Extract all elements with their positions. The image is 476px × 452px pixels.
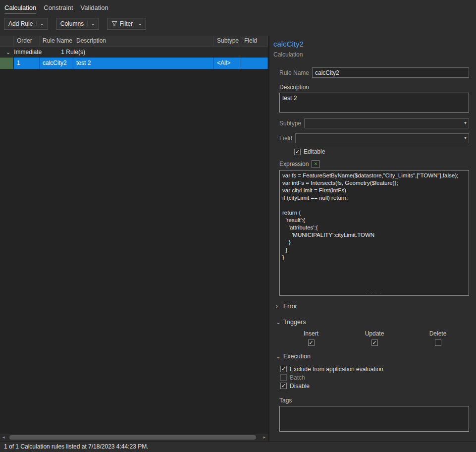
panel-subtitle: Calculation [273,51,469,58]
delete-checkbox[interactable] [435,339,441,346]
expression-editor[interactable]: var fs = FeatureSetByName($datastore,"Ci… [279,170,469,296]
tab-constraint[interactable]: Constraint [44,4,73,13]
description-input[interactable]: test 2 [279,93,469,113]
expression-editor-icon[interactable]: ✕ [312,160,319,168]
expression-label: Expression [279,161,309,168]
error-section-label: Error [283,303,297,310]
scroll-right-arrow-icon[interactable]: ▸ [262,434,266,441]
exclude-from-evaluation-checkbox[interactable] [280,366,287,372]
section-execution[interactable]: ⌄ Execution [276,353,469,360]
disable-option: Disable [280,382,469,390]
header-field[interactable]: Field [241,36,268,46]
rule-name-label: Rule Name [279,69,309,76]
disable-label: Disable [290,383,310,390]
header-rule-name[interactable]: Rule Name [40,36,73,46]
insert-checkbox[interactable] [308,339,315,346]
subtype-dropdown[interactable]: ▾ [304,118,469,128]
filter-label: Filter [120,20,133,27]
field-label: Field [279,135,292,142]
description-block: Description test 2 [279,84,469,113]
attribute-rules-window: Calculation Constraint Validation Add Ru… [0,0,476,452]
tags-label: Tags [279,397,469,404]
trigger-delete: Delete [406,330,470,346]
header-handle [0,36,14,46]
editable-label: Editable [304,148,325,155]
header-order[interactable]: Order [14,36,40,46]
cell-order: 1 [14,57,40,69]
rule-color-handle[interactable] [0,57,14,69]
columns-button[interactable]: Columns ⌄ [56,18,99,30]
add-rule-dropdown-arrow[interactable]: ⌄ [36,21,45,26]
columns-label: Columns [60,20,84,27]
cell-rule-name: calcCity2 [40,57,73,69]
filter-dropdown-arrow[interactable]: ⌄ [136,21,143,26]
rule-form: Rule Name Description test 2 Subtype ▾ F… [279,67,469,296]
header-subtype[interactable]: Subtype [214,36,241,46]
rule-type-tabs: Calculation Constraint Validation [0,0,476,13]
triggers-section-label: Triggers [283,319,306,326]
execution-options: Exclude from application evaluation Batc… [280,365,469,390]
filter-icon [111,21,117,27]
rule-name-row: Rule Name [279,67,469,78]
scrollbar-thumb[interactable] [9,435,257,440]
expression-header: Expression ✕ [279,160,469,168]
batch-checkbox [280,374,287,381]
table-empty-area [0,69,268,434]
group-row-immediate[interactable]: ⌄ Immediate 1 Rule(s) [0,47,268,57]
group-expand-chevron-icon[interactable]: ⌄ [6,50,10,55]
add-rule-label: Add Rule [8,20,33,27]
section-error[interactable]: › Error [276,303,469,310]
horizontal-scrollbar[interactable]: ◂ ▸ [0,434,268,441]
cell-subtype: <All> [214,57,241,69]
execution-section-label: Execution [283,353,311,360]
rules-table-pane: Order Rule Name Description Subtype Fiel… [0,36,268,441]
status-text: 1 of 1 Calculation rules listed at 7/18/… [4,443,149,450]
cell-field [241,57,268,69]
group-label: Immediate [14,49,61,56]
resize-grip-icon[interactable]: · · · · [280,291,469,295]
rule-row-calccity2[interactable]: 1 calcCity2 test 2 <All> [0,57,268,69]
tab-calculation[interactable]: Calculation [4,4,36,13]
cell-description: test 2 [73,57,214,69]
field-dropdown-arrow-icon: ▾ [464,135,467,140]
panel-title: calcCity2 [273,40,469,48]
field-row: Field ▾ [279,133,469,143]
triggers-grid: Insert Update Delete [279,330,470,346]
status-bar: 1 of 1 Calculation rules listed at 7/18/… [0,441,476,452]
scroll-left-arrow-icon[interactable]: ◂ [1,434,6,441]
expression-code: var fs = FeatureSetByName($datastore,"Ci… [282,172,466,261]
trigger-insert: Insert [279,330,343,346]
rule-details-panel: calcCity2 Calculation Rule Name Descript… [269,36,476,441]
subtype-dropdown-arrow-icon: ▾ [464,120,467,125]
header-description[interactable]: Description [73,36,214,46]
top-bar: Calculation Constraint Validation Add Ru… [0,0,476,36]
columns-dropdown-arrow[interactable]: ⌄ [87,21,96,26]
disable-checkbox[interactable] [280,383,287,389]
subtype-row: Subtype ▾ [279,118,469,128]
subtype-label: Subtype [279,120,301,127]
batch-option: Batch [280,373,469,382]
scrollbar-track[interactable] [7,435,262,440]
error-collapsed-chevron-icon: › [276,304,280,309]
triggers-expanded-chevron-icon: ⌄ [276,320,280,325]
batch-label: Batch [290,374,305,381]
filter-button[interactable]: Filter ⌄ [107,18,146,30]
update-checkbox[interactable] [371,339,378,346]
delete-label: Delete [429,330,447,337]
trigger-update: Update [343,330,406,346]
tab-validation[interactable]: Validation [81,4,108,13]
update-label: Update [365,330,384,337]
group-rule-count: 1 Rule(s) [61,49,85,56]
table-header: Order Rule Name Description Subtype Fiel… [0,36,268,47]
tags-input[interactable] [279,406,469,432]
section-triggers[interactable]: ⌄ Triggers [276,319,469,326]
execution-expanded-chevron-icon: ⌄ [276,354,280,359]
exclude-from-evaluation-label: Exclude from application evaluation [290,366,383,373]
exclude-from-evaluation-option: Exclude from application evaluation [280,365,469,373]
add-rule-button[interactable]: Add Rule ⌄ [4,18,48,30]
rule-name-input[interactable] [312,67,469,78]
editable-row: Editable [294,148,469,155]
field-dropdown[interactable]: ▾ [295,133,469,143]
toolbar: Add Rule ⌄ Columns ⌄ Filter ⌄ [4,18,476,30]
editable-checkbox[interactable] [294,149,301,155]
